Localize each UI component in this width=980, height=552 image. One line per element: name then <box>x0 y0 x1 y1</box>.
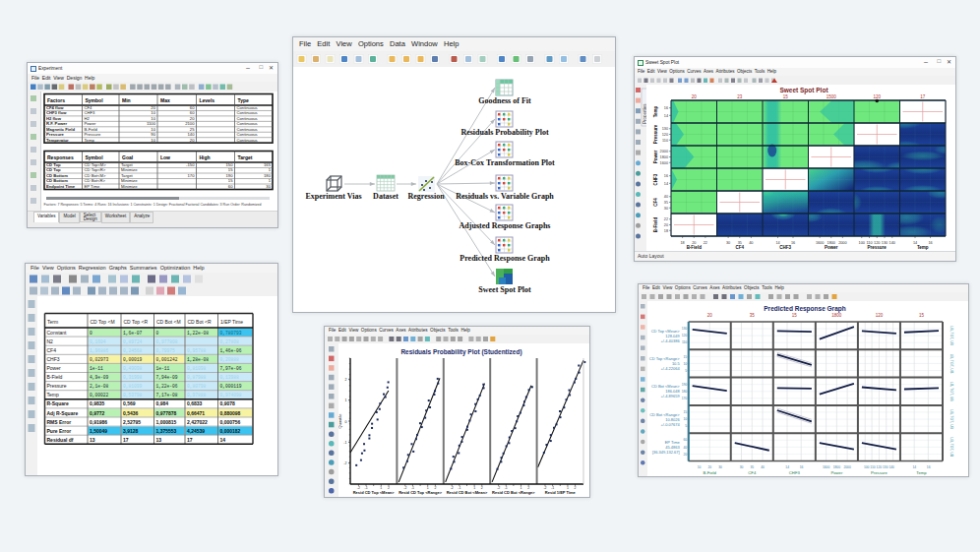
svg-text:22: 22 <box>704 241 707 245</box>
svg-text:190: 190 <box>682 383 688 387</box>
svg-text:60: 60 <box>684 438 688 442</box>
svg-text:-2: -2 <box>343 461 346 465</box>
svg-text:0,95788: 0,95788 <box>187 348 207 353</box>
svg-text:180: 180 <box>682 390 688 394</box>
svg-text:1,375553: 1,375553 <box>156 428 177 434</box>
svg-text:1600: 1600 <box>816 241 824 245</box>
svg-text:100 110 120 130 140: 100 110 120 130 140 <box>864 465 894 469</box>
svg-text:60: 60 <box>190 110 195 115</box>
svg-text:Quantile: Quantile <box>338 413 342 429</box>
svg-text:120: 120 <box>873 94 881 99</box>
svg-text:4,24539: 4,24539 <box>187 428 205 434</box>
svg-text:Residual df: Residual df <box>47 437 74 443</box>
svg-text:LB, TGT, UB: LB, TGT, UB <box>949 438 953 458</box>
svg-text:LB, TGT, UB: LB, TGT, UB <box>949 382 953 401</box>
svg-text:180: 180 <box>264 173 272 178</box>
svg-text:0,9078: 0,9078 <box>220 400 236 406</box>
svg-text:40: 40 <box>761 465 765 469</box>
svg-text:20: 20 <box>707 313 713 318</box>
svg-text:Temp: Temp <box>917 245 929 250</box>
svg-text:CF4: CF4 <box>47 347 57 353</box>
svg-text:1,22e-08: 1,22e-08 <box>187 331 209 336</box>
svg-text:0,87988: 0,87988 <box>187 375 207 380</box>
svg-text:100: 100 <box>859 241 865 245</box>
svg-text:Regression: Regression <box>407 192 445 201</box>
svg-text:B-Field: B-Field <box>687 245 703 250</box>
svg-text:0,6833: 0,6833 <box>187 400 203 406</box>
svg-text:15: 15 <box>228 178 233 183</box>
svg-text:Predicted Response Graph: Predicted Response Graph <box>459 254 550 263</box>
svg-text:CD Top: CD Top <box>46 162 61 167</box>
svg-text:0,81098: 0,81098 <box>187 366 207 371</box>
svg-text:CD Top <R: CD Top <R <box>124 319 149 325</box>
svg-text:130: 130 <box>662 127 668 131</box>
svg-text:Goal: Goal <box>122 154 134 160</box>
svg-text:Pressure: Pressure <box>46 132 65 137</box>
svg-text:CD Bottom: CD Bottom <box>46 173 68 178</box>
svg-text:120: 120 <box>662 133 668 137</box>
svg-text:Pressure: Pressure <box>47 383 67 389</box>
svg-text:Continuous: Continuous <box>237 132 258 137</box>
svg-text:30: 30 <box>664 207 668 211</box>
svg-text:1e-11: 1e-11 <box>90 366 103 371</box>
svg-text:B-Field: B-Field <box>47 374 63 380</box>
svg-text:14: 14 <box>664 114 668 118</box>
svg-text:14: 14 <box>785 465 789 469</box>
svg-text:Low: Low <box>160 154 170 160</box>
svg-text:0,00019: 0,00019 <box>123 357 143 362</box>
svg-text:165: 165 <box>264 162 272 167</box>
svg-text:Box-Cox Transformation Plot: Box-Cox Transformation Plot <box>455 158 555 167</box>
svg-text:1,000815: 1,000815 <box>156 419 177 425</box>
svg-text:3,9128: 3,9128 <box>123 428 139 434</box>
svg-text:120: 120 <box>874 241 880 245</box>
svg-text:Constant: Constant <box>47 330 68 336</box>
svg-text:Target: Target <box>121 173 133 178</box>
svg-text:+/-4.22064: +/-4.22064 <box>660 366 680 371</box>
svg-text:Continuous: Continuous <box>237 138 258 143</box>
svg-text:7,17e-08: 7,17e-08 <box>156 393 178 398</box>
svg-text:1,6e-07: 1,6e-07 <box>123 331 143 336</box>
svg-text:14: 14 <box>775 241 779 245</box>
svg-text:40: 40 <box>749 241 753 245</box>
svg-text:15: 15 <box>684 355 688 359</box>
svg-text:Resid CD Top <Range>: Resid CD Top <Range> <box>398 490 443 495</box>
svg-text:0,66471: 0,66471 <box>187 410 205 416</box>
svg-text:Min: Min <box>122 97 131 103</box>
svg-text:16: 16 <box>791 241 795 245</box>
svg-text:10: 10 <box>684 362 688 366</box>
svg-text:0,81099: 0,81099 <box>123 384 143 389</box>
svg-text:Minimize: Minimize <box>121 178 138 183</box>
svg-text:1800: 1800 <box>833 465 841 469</box>
svg-text:35: 35 <box>750 313 756 318</box>
svg-text:30: 30 <box>726 241 730 245</box>
svg-text:120: 120 <box>876 313 884 318</box>
svg-text:0: 0 <box>156 331 159 336</box>
svg-text:140: 140 <box>889 241 895 245</box>
svg-text:High: High <box>200 154 211 160</box>
svg-text:+/-4.89659: +/-4.89659 <box>660 394 680 399</box>
svg-text:Resid CD Top <Mean>: Resid CD Top <Mean> <box>353 490 396 495</box>
svg-text:15: 15 <box>684 410 688 414</box>
svg-text:1,46e-06: 1,46e-06 <box>220 348 242 353</box>
svg-text:CF4: CF4 <box>735 245 744 250</box>
svg-text:1,22e-06: 1,22e-06 <box>156 384 178 389</box>
svg-text:130: 130 <box>882 241 888 245</box>
svg-text:H2: H2 <box>85 116 91 121</box>
svg-text:20: 20 <box>692 241 696 245</box>
svg-text:Power: Power <box>47 365 62 371</box>
svg-text:Symbol: Symbol <box>86 97 104 103</box>
svg-text:LB, TGT, UB: LB, TGT, UB <box>949 354 953 374</box>
svg-text:16: 16 <box>928 241 932 245</box>
svg-text:CD Bottom: CD Bottom <box>46 178 68 183</box>
svg-text:20: 20 <box>684 453 688 457</box>
svg-text:CHF3: CHF3 <box>789 470 801 475</box>
svg-text:0,00022: 0,00022 <box>90 393 109 398</box>
svg-text:30: 30 <box>718 465 722 469</box>
svg-text:0,974098: 0,974098 <box>220 393 242 398</box>
svg-text:CD Bot <M: CD Bot <M <box>156 319 181 325</box>
svg-text:0,001242: 0,001242 <box>156 357 178 362</box>
svg-text:0,977878: 0,977878 <box>156 410 177 416</box>
svg-text:18: 18 <box>664 229 668 233</box>
svg-text:CF4: CF4 <box>85 105 93 110</box>
svg-text:0,000756: 0,000756 <box>220 419 241 425</box>
